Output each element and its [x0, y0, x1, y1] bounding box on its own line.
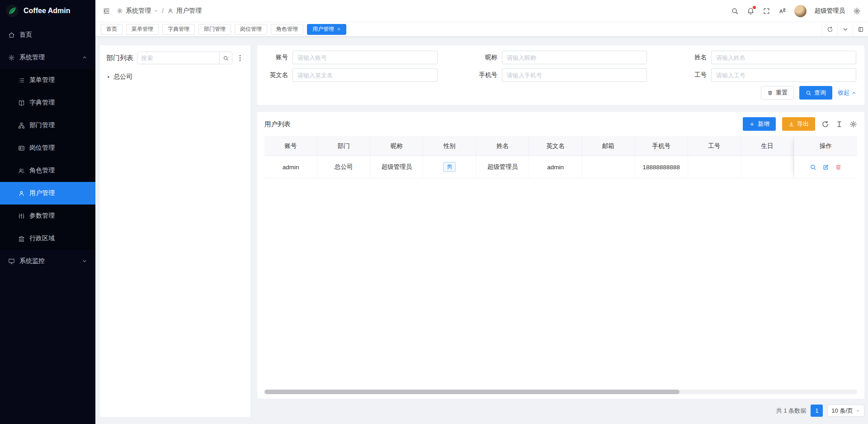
sidebar-item-dict-management[interactable]: 字典管理 [0, 91, 95, 114]
tabbar-controls [822, 22, 868, 36]
work-no-input[interactable] [711, 68, 856, 82]
user-avatar[interactable] [794, 5, 807, 17]
view-icon[interactable] [810, 164, 816, 171]
user-name[interactable]: 超级管理员 [815, 7, 845, 15]
refresh-icon[interactable] [821, 120, 829, 128]
table-row[interactable]: admin 总公司 超级管理员 男 超级管理员 admin 1888888888… [264, 156, 794, 178]
export-button[interactable]: 导出 [782, 117, 815, 131]
sidebar-item-param-management[interactable]: 参数管理 [0, 205, 95, 227]
english-name-input[interactable] [292, 68, 438, 82]
app-logo: Coffee Admin [0, 0, 95, 22]
column-header-birthday: 生日 [741, 136, 794, 156]
tab-label: 菜单管理 [132, 25, 153, 33]
sidebar-item-dept-management[interactable]: 部门管理 [0, 114, 95, 137]
field-label: 账号 [264, 53, 292, 62]
chevron-up-icon [851, 91, 856, 95]
page-size-select[interactable]: 10 条/页 [827, 405, 864, 417]
refresh-icon[interactable] [822, 22, 837, 36]
department-search-input[interactable] [137, 52, 219, 64]
translate-icon[interactable] [778, 7, 786, 15]
table-header-row: 账号 部门 昵称 性别 姓名 英文名 邮箱 手机号 工号 生日 [264, 136, 794, 156]
book-icon [18, 100, 25, 106]
app-title: Coffee Admin [24, 7, 70, 15]
tab-home[interactable]: 首页 [101, 24, 123, 35]
sidebar-item-label: 字典管理 [29, 99, 55, 107]
sidebar-item-label: 系统监控 [19, 257, 45, 265]
cell-department: 总公司 [317, 156, 370, 178]
close-icon[interactable] [337, 27, 341, 31]
settings-gear-icon[interactable] [853, 7, 861, 15]
column-header-name: 姓名 [476, 136, 529, 156]
fullscreen-icon[interactable] [763, 7, 770, 15]
pagination: 共 1 条数据 1 10 条/页 [257, 405, 864, 417]
department-panel: 部门列表 总公司 [100, 45, 250, 417]
sidebar-item-user-management[interactable]: 用户管理 [0, 182, 95, 205]
tab-post-management[interactable]: 岗位管理 [235, 24, 267, 35]
reset-button[interactable]: 重置 [761, 86, 794, 100]
edit-icon[interactable] [822, 164, 829, 171]
cell-name: 超级管理员 [476, 156, 529, 178]
department-search-button[interactable] [219, 52, 232, 64]
name-input[interactable] [711, 51, 856, 64]
breadcrumb-item-system[interactable]: 系统管理 [126, 7, 151, 15]
account-input[interactable] [292, 51, 438, 64]
notification-badge [753, 6, 756, 9]
notifications-button[interactable] [747, 7, 755, 15]
sidebar-item-role-management[interactable]: 角色管理 [0, 159, 95, 182]
filter-field-work-no: 工号 [682, 68, 856, 82]
table-toolbar: 新增 导出 [743, 117, 857, 131]
caret-right-icon[interactable] [106, 75, 111, 79]
user-list-title: 用户列表 [264, 120, 291, 129]
sidebar-item-system-management[interactable]: 系统管理 [0, 46, 95, 69]
tab-dept-management[interactable]: 部门管理 [198, 24, 231, 35]
more-dots-icon[interactable] [236, 54, 244, 62]
page-content: 部门列表 总公司 账号 [95, 36, 868, 424]
topbar: 系统管理 / 用户管理 超级管理员 [95, 0, 868, 22]
sidebar-item-system-monitor[interactable]: 系统监控 [0, 250, 95, 272]
tab-menu-management[interactable]: 菜单管理 [126, 24, 159, 35]
horizontal-scrollbar[interactable] [264, 390, 857, 394]
tab-label: 岗位管理 [240, 25, 262, 33]
page-button-1[interactable]: 1 [811, 405, 823, 417]
sidebar-item-post-management[interactable]: 岗位管理 [0, 137, 95, 159]
home-icon [8, 32, 15, 38]
filter-actions: 重置 查询 收起 [264, 86, 856, 100]
nickname-input[interactable] [502, 51, 647, 64]
collapse-sidebar-icon[interactable] [103, 7, 110, 15]
right-column: 账号 昵称 姓名 英文名 [257, 45, 864, 417]
sidebar-item-menu-management[interactable]: 菜单管理 [0, 69, 95, 91]
delete-icon[interactable] [835, 164, 842, 171]
search-icon[interactable] [731, 7, 739, 15]
cell-account: admin [264, 156, 317, 178]
tab-label: 首页 [106, 25, 117, 33]
topbar-actions: 超级管理员 [731, 5, 861, 17]
user-list-card: 用户列表 新增 导出 [257, 112, 864, 399]
phone-input[interactable] [502, 68, 647, 82]
column-header-email: 邮箱 [582, 136, 635, 156]
column-header-account: 账号 [264, 136, 317, 156]
sidebar-submenu-system: 菜单管理 字典管理 部门管理 岗位管理 角色管理 用户管理 [0, 69, 95, 250]
table-fixed-actions-column: 操作 [794, 136, 857, 178]
column-settings-gear-icon[interactable] [849, 120, 857, 128]
sidebar-item-admin-region[interactable]: 行政区域 [0, 227, 95, 250]
sliders-icon [18, 213, 25, 219]
tab-user-management[interactable]: 用户管理 [307, 24, 346, 35]
row-height-icon[interactable] [835, 120, 843, 128]
collapse-filters-link[interactable]: 收起 [838, 89, 856, 97]
tab-dict-management[interactable]: 字典管理 [162, 24, 195, 35]
query-button[interactable]: 查询 [799, 86, 832, 100]
add-button[interactable]: 新增 [743, 117, 776, 131]
tab-role-management[interactable]: 角色管理 [271, 24, 303, 35]
sidebar-item-home[interactable]: 首页 [0, 24, 95, 46]
tab-label: 部门管理 [204, 25, 226, 33]
chevron-down-icon[interactable] [837, 22, 853, 36]
layout-icon[interactable] [853, 22, 868, 36]
breadcrumb-item-user[interactable]: 用户管理 [176, 7, 202, 15]
cell-english-name: admin [529, 156, 582, 178]
sidebar-item-label: 首页 [19, 31, 32, 39]
tree-node-head-office[interactable]: 总公司 [106, 71, 244, 83]
table-scroll-area[interactable]: 账号 部门 昵称 性别 姓名 英文名 邮箱 手机号 工号 生日 [264, 136, 794, 178]
filter-field-english-name: 英文名 [264, 68, 438, 82]
gear-icon [117, 8, 123, 14]
scrollbar-thumb[interactable] [264, 390, 679, 394]
